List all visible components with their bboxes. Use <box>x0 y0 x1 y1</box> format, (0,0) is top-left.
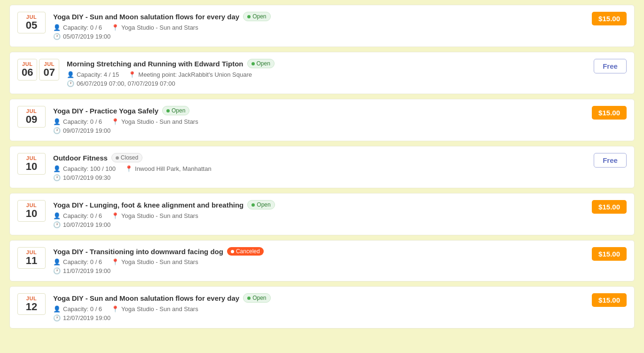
event-content: Outdoor Fitness Closed 👤 Capacity: 100 /… <box>53 153 586 181</box>
capacity-text: Capacity: 0 / 6 <box>63 24 102 31</box>
event-card[interactable]: JUL 12 Yoga DIY - Sun and Moon salutatio… <box>9 286 635 329</box>
event-title: Outdoor Fitness <box>53 154 108 162</box>
date-day: 05 <box>22 20 41 31</box>
event-datetime-row: 🕐 10/07/2019 19:00 <box>53 221 584 228</box>
event-card[interactable]: JUL 05 Yoga DIY - Sun and Moon salutatio… <box>9 5 635 47</box>
date-day-end: 07 <box>43 67 55 78</box>
status-badge: Open <box>243 12 270 21</box>
price-badge[interactable]: Free <box>594 59 627 73</box>
datetime-text: 10/07/2019 09:30 <box>63 174 110 181</box>
event-content: Yoga DIY - Lunging, foot & knee alignmen… <box>53 200 584 228</box>
event-card[interactable]: JUL 06 JUL 07 Morning Stretching and Run… <box>9 52 635 94</box>
datetime-text: 06/07/2019 07:00, 07/07/2019 07:00 <box>77 80 175 87</box>
event-datetime-row: 🕐 11/07/2019 19:00 <box>53 267 584 274</box>
price-badge[interactable]: $15.00 <box>592 247 627 261</box>
date-badge: JUL 10 <box>17 153 46 175</box>
status-badge: Open <box>247 200 275 209</box>
capacity-text: Capacity: 0 / 6 <box>63 118 102 125</box>
clock-icon: 🕐 <box>53 267 61 274</box>
date-day-start: 06 <box>22 67 33 78</box>
date-badge: JUL 05 <box>17 12 46 33</box>
status-badge: Closed <box>111 153 142 162</box>
event-row-meta: 👤 Capacity: 0 / 6 📍 Yoga Studio - Sun an… <box>53 118 584 125</box>
location-meta: 📍 Yoga Studio - Sun and Stars <box>111 258 198 265</box>
capacity-text: Capacity: 0 / 6 <box>63 258 102 265</box>
date-badge-start: JUL 06 <box>17 59 37 80</box>
person-icon: 👤 <box>53 305 61 313</box>
date-badge-end: JUL 07 <box>39 59 59 80</box>
location-meta: 📍 Yoga Studio - Sun and Stars <box>111 305 198 313</box>
event-content: Yoga DIY - Practice Yoga Safely Open 👤 C… <box>53 106 584 134</box>
person-icon: 👤 <box>53 258 61 265</box>
location-icon: 📍 <box>111 212 119 219</box>
status-badge: Open <box>243 293 270 303</box>
event-content: Yoga DIY - Transitioning into downward f… <box>53 247 584 274</box>
clock-icon: 🕐 <box>53 221 61 228</box>
datetime-text: 10/07/2019 19:00 <box>63 221 110 228</box>
date-day: 12 <box>22 301 41 313</box>
date-badge: JUL 09 <box>17 106 46 128</box>
datetime-text: 12/07/2019 19:00 <box>63 314 110 321</box>
clock-icon: 🕐 <box>67 80 74 87</box>
datetime-meta: 🕐 10/07/2019 19:00 <box>53 221 110 228</box>
location-meta: 📍 Yoga Studio - Sun and Stars <box>111 24 198 31</box>
date-day: 11 <box>22 255 41 266</box>
capacity-meta: 👤 Capacity: 4 / 15 <box>67 71 119 78</box>
person-icon: 👤 <box>53 24 61 31</box>
event-row-meta: 👤 Capacity: 0 / 6 📍 Yoga Studio - Sun an… <box>53 24 584 31</box>
date-badge-multi: JUL 06 JUL 07 <box>17 59 59 80</box>
capacity-meta: 👤 Capacity: 0 / 6 <box>53 118 102 125</box>
events-list: JUL 05 Yoga DIY - Sun and Moon salutatio… <box>0 0 644 338</box>
price-badge[interactable]: $15.00 <box>592 293 627 307</box>
event-title: Yoga DIY - Sun and Moon salutation flows… <box>53 13 239 21</box>
capacity-text: Capacity: 0 / 6 <box>63 212 102 219</box>
price-badge[interactable]: Free <box>594 153 627 168</box>
status-badge: Open <box>162 106 189 115</box>
clock-icon: 🕐 <box>53 314 61 321</box>
datetime-text: 09/07/2019 19:00 <box>63 127 110 134</box>
event-card[interactable]: JUL 09 Yoga DIY - Practice Yoga Safely O… <box>9 99 635 141</box>
event-title: Yoga DIY - Sun and Moon salutation flows… <box>53 294 239 302</box>
location-text: Yoga Studio - Sun and Stars <box>121 305 198 313</box>
capacity-meta: 👤 Capacity: 0 / 6 <box>53 212 102 219</box>
location-text: Yoga Studio - Sun and Stars <box>121 212 198 219</box>
event-title: Morning Stretching and Running with Edwa… <box>67 60 243 68</box>
event-card[interactable]: JUL 10 Outdoor Fitness Closed 👤 Capacity… <box>9 146 635 188</box>
event-title-row: Yoga DIY - Sun and Moon salutation flows… <box>53 12 584 21</box>
event-row-meta: 👤 Capacity: 4 / 15 📍 Meeting point: Jack… <box>67 71 586 78</box>
datetime-meta: 🕐 06/07/2019 07:00, 07/07/2019 07:00 <box>67 80 175 87</box>
event-card[interactable]: JUL 11 Yoga DIY - Transitioning into dow… <box>9 240 635 281</box>
event-content: Yoga DIY - Sun and Moon salutation flows… <box>53 12 584 40</box>
clock-icon: 🕐 <box>53 33 61 40</box>
location-text: Inwood Hill Park, Manhattan <box>135 165 212 172</box>
event-datetime-row: 🕐 05/07/2019 19:00 <box>53 33 584 40</box>
person-icon: 👤 <box>53 165 61 172</box>
person-icon: 👤 <box>53 118 61 125</box>
location-text: Meeting point: JackRabbit's Union Square <box>138 71 252 78</box>
location-text: Yoga Studio - Sun and Stars <box>121 118 198 125</box>
date-badge: JUL 11 <box>17 247 46 269</box>
capacity-text: Capacity: 4 / 15 <box>77 71 119 78</box>
price-badge[interactable]: $15.00 <box>592 12 627 25</box>
clock-icon: 🕐 <box>53 174 61 181</box>
event-title-row: Yoga DIY - Lunging, foot & knee alignmen… <box>53 200 584 209</box>
date-badge: JUL 12 <box>17 293 46 315</box>
date-badge: JUL 10 <box>17 200 46 222</box>
price-badge[interactable]: $15.00 <box>592 106 627 120</box>
datetime-meta: 🕐 12/07/2019 19:00 <box>53 314 110 321</box>
person-icon: 👤 <box>53 212 61 219</box>
capacity-text: Capacity: 100 / 100 <box>63 165 116 172</box>
price-badge[interactable]: $15.00 <box>592 200 627 214</box>
location-icon: 📍 <box>111 258 119 265</box>
event-row-meta: 👤 Capacity: 0 / 6 📍 Yoga Studio - Sun an… <box>53 305 584 313</box>
capacity-meta: 👤 Capacity: 0 / 6 <box>53 24 102 31</box>
clock-icon: 🕐 <box>53 127 61 134</box>
datetime-text: 05/07/2019 19:00 <box>63 33 110 40</box>
event-title-row: Yoga DIY - Transitioning into downward f… <box>53 247 584 256</box>
event-card[interactable]: JUL 10 Yoga DIY - Lunging, foot & knee a… <box>9 193 635 235</box>
location-text: Yoga Studio - Sun and Stars <box>121 258 198 265</box>
location-icon: 📍 <box>125 165 133 172</box>
event-title: Yoga DIY - Lunging, foot & knee alignmen… <box>53 201 243 209</box>
location-icon: 📍 <box>111 24 119 31</box>
date-day: 10 <box>22 208 41 219</box>
